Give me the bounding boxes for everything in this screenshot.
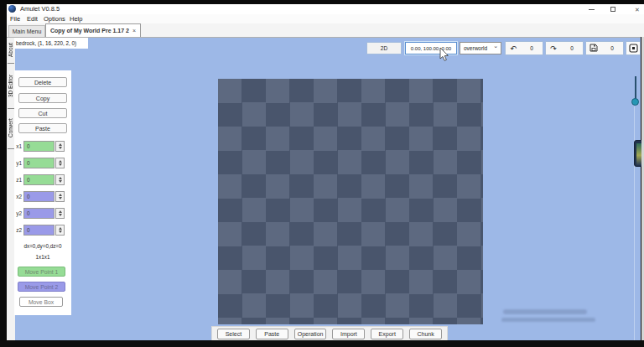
x2-spin-row: x2 0 [14,191,71,202]
redo-count: 0 [561,45,583,51]
watermark [501,318,595,322]
tool-export-button[interactable]: Export [371,329,403,339]
restore-button[interactable] [606,4,620,14]
undo-icon: ↶ [506,44,521,53]
delete-button[interactable]: Delete [18,77,67,87]
copy-button[interactable]: Copy [18,93,67,103]
video-matte [0,340,644,347]
z2-spin-row: z2 0 [14,225,71,236]
paste-button[interactable]: Paste [18,123,67,133]
tool-mode-toolbar: Select Paste Operation Import Export Chu… [211,326,448,341]
save-icon [586,44,601,54]
close-icon: ✕ [635,7,640,13]
x2-input[interactable]: 0 [23,191,55,202]
tab-world[interactable]: Copy of My World Pre 1.17 2 × [45,23,141,37]
restore-icon [610,7,615,12]
x1-spin-row: x1 0 [14,141,71,152]
dimension-select[interactable]: overworld ⌄ [460,42,501,54]
editor-viewport[interactable]: About 3D Editor Convert bedrock, (1, 16,… [7,37,641,340]
move-point2-button[interactable]: Move Point 2 [18,282,65,292]
undo-count: 0 [521,45,543,51]
selection-tool-panel: Delete Copy Cut Paste x1 0 y1 0 z1 0 x2 … [14,70,71,315]
move-point1-button[interactable]: Move Point 1 [18,267,65,277]
boxed-square-icon [629,44,638,53]
redo-button[interactable]: ↷ 0 [545,41,584,55]
save-button[interactable]: 0 [585,41,624,55]
redo-icon: ↷ [546,44,561,53]
x2-label: x2 [14,194,22,199]
save-count: 0 [601,45,623,51]
x2-stepper[interactable] [55,191,65,202]
z1-label: z1 [14,177,22,183]
side-tab-divider [8,63,14,64]
cut-button[interactable]: Cut [18,108,67,118]
z2-label: z2 [14,227,22,233]
world-canvas[interactable] [218,79,483,324]
tab-close-icon[interactable]: × [132,28,136,34]
z1-spin-row: z1 0 [14,174,71,185]
minimize-icon [589,9,595,10]
z1-stepper[interactable] [55,174,65,185]
tool-operation-button[interactable]: Operation [294,329,327,339]
move-box-button[interactable]: Move Box [19,297,63,307]
menu-edit[interactable]: Edit [27,15,38,23]
watermark [503,309,587,314]
selection-delta-text: dx=0,dy=0,dz=0 [14,243,71,249]
side-tab-divider [8,108,14,109]
location-input[interactable]: 0.00, 100.00, 0.00 [405,42,457,54]
y1-stepper[interactable] [55,158,65,168]
x1-input[interactable]: 0 [23,141,55,152]
y2-label: y2 [14,210,22,216]
y1-spin-row: y1 0 [14,158,71,168]
tool-import-button[interactable]: Import [332,329,365,339]
titlebar: Amulet V0.8.5 ✕ [7,4,644,14]
hovered-block-status: bedrock, (1, 16, 220, 2, 0) [14,38,88,49]
window-title: Amulet V0.8.5 [20,5,60,13]
undo-button[interactable]: ↶ 0 [505,41,543,55]
x1-stepper[interactable] [55,141,65,152]
z2-stepper[interactable] [55,225,65,236]
amulet-window: Amulet V0.8.5 ✕ File Edit Options Help M… [0,0,644,347]
y2-stepper[interactable] [55,208,65,219]
tool-select-button[interactable]: Select [217,329,250,339]
minimize-button[interactable] [584,4,598,14]
z2-input[interactable]: 0 [23,225,55,236]
y1-input[interactable]: 0 [23,158,55,168]
tabbar: Main Menu Copy of My World Pre 1.17 2 × [7,23,644,37]
close-button[interactable]: ✕ [631,4,644,14]
screenshot-button[interactable] [626,41,641,55]
menu-options[interactable]: Options [44,15,65,23]
menu-file[interactable]: File [10,15,20,23]
dimension-value: overworld [464,45,487,51]
chevron-down-icon: ⌄ [493,43,498,49]
y2-spin-row: y2 0 [14,208,71,219]
tool-chunk-button[interactable]: Chunk [409,329,442,339]
projection-2d-button[interactable]: 2D [366,42,402,54]
tool-paste-button[interactable]: Paste [256,329,288,339]
tab-main-menu-label: Main Menu [13,28,42,34]
y2-input[interactable]: 0 [23,208,55,219]
tab-world-label: Copy of My World Pre 1.17 2 [50,28,129,34]
menubar: File Edit Options Help [7,14,644,23]
tab-main-menu[interactable]: Main Menu [8,25,45,37]
side-tab-divider [8,148,14,149]
x1-label: x1 [14,143,22,149]
y1-label: y1 [14,160,22,166]
app-logo-icon [8,5,16,13]
menu-help[interactable]: Help [70,15,82,23]
z1-input[interactable]: 0 [23,174,55,185]
overlay-slider-knob[interactable] [631,98,639,106]
selection-size-text: 1x1x1 [14,254,71,260]
